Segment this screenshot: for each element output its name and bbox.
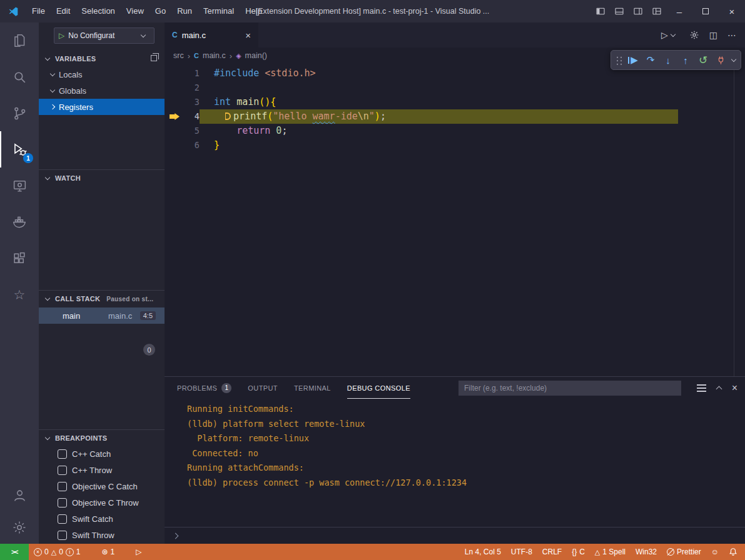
panel-tab-problems[interactable]: PROBLEMS1 (177, 377, 231, 399)
gutter-glyph-margin[interactable] (165, 109, 185, 124)
encoding-indicator[interactable]: UTF-8 (506, 544, 537, 560)
variables-item-registers[interactable]: Registers (39, 99, 165, 115)
step-over-button[interactable]: ↷ (642, 52, 659, 68)
tab-main-c[interactable]: C main.c × (165, 22, 258, 48)
platform-indicator[interactable]: Win32 (631, 544, 662, 560)
menu-edit[interactable]: Edit (51, 0, 76, 22)
close-panel-icon[interactable]: × (732, 382, 737, 394)
prettier-status[interactable]: Prettier (662, 544, 706, 560)
toggle-secondary-sidebar-icon[interactable] (629, 0, 647, 22)
language-mode[interactable]: {} C (567, 544, 590, 560)
remote-explorer-icon[interactable] (0, 168, 39, 204)
docker-icon[interactable] (0, 204, 39, 240)
copy-value-icon[interactable] (151, 55, 157, 61)
output-lines-icon[interactable] (697, 384, 706, 386)
chevron-down-icon (50, 87, 55, 92)
breakpoints-section-header[interactable]: BREAKPOINTS (39, 431, 165, 446)
customize-layout-icon[interactable] (647, 0, 666, 22)
menu-view[interactable]: View (121, 0, 150, 22)
explorer-icon[interactable] (0, 22, 39, 59)
checkbox-unchecked-icon[interactable] (58, 531, 67, 540)
panel-tab-output[interactable]: OUTPUT (248, 377, 278, 399)
breakpoint-item[interactable]: Objective C Throw (39, 494, 165, 511)
call-stack-frame[interactable]: main main.c 4:5 (39, 308, 165, 324)
more-actions-icon[interactable]: ⋯ (727, 30, 736, 40)
editor-group: C main.c × ▷ ◫ ⋯ src › C (165, 22, 745, 544)
chevron-down-icon[interactable] (731, 56, 736, 61)
step-out-button[interactable]: ↑ (677, 52, 694, 68)
breakpoint-item[interactable]: C++ Throw (39, 462, 165, 478)
debug-status-icon[interactable]: ▷ (131, 544, 146, 560)
overview-ruler[interactable] (734, 64, 734, 376)
menu-file[interactable]: File (26, 0, 51, 22)
breakpoint-item[interactable]: Swift Catch (39, 511, 165, 527)
eol-indicator[interactable]: CRLF (537, 544, 567, 560)
breakpoint-item[interactable]: Objective C Catch (39, 478, 165, 494)
menu-run[interactable]: Run (171, 0, 198, 22)
code-editor[interactable]: 1#include <stdio.h>23int main(){4 printf… (165, 64, 745, 376)
gutter-glyph-margin[interactable] (165, 95, 185, 109)
call-stack-section-header[interactable]: CALL STACK Paused on st... (39, 291, 165, 306)
run-file-button[interactable]: ▷ (661, 30, 679, 40)
gutter-glyph-margin[interactable] (165, 81, 185, 95)
inline-breakpoint-icon[interactable] (225, 112, 231, 120)
menu-go[interactable]: Go (150, 0, 171, 22)
source-control-icon[interactable] (0, 95, 39, 131)
problems-status[interactable]: × 0 △ 0 i 1 (29, 544, 86, 560)
variables-item-globals[interactable]: Globals (39, 82, 165, 99)
code-text: } (200, 138, 220, 152)
settings-gear-icon[interactable] (0, 511, 39, 544)
search-icon[interactable] (0, 59, 39, 95)
notification-bell-icon[interactable] (724, 544, 742, 560)
console-prompt-chevron-icon (173, 532, 179, 539)
spell-checker-status[interactable]: △ 1 Spell (590, 544, 631, 560)
panel-tab-terminal[interactable]: TERMINAL (294, 377, 331, 399)
continue-button[interactable]: ▶ (625, 52, 641, 68)
minimize-button[interactable]: – (666, 0, 692, 22)
watch-section-header[interactable]: WATCH (39, 171, 165, 186)
checkbox-unchecked-icon[interactable] (58, 482, 67, 491)
menu-selection[interactable]: Selection (76, 0, 120, 22)
editor-gear-icon[interactable] (689, 30, 699, 40)
gutter-glyph-margin[interactable] (165, 66, 185, 81)
panel-tab-debug-console[interactable]: DEBUG CONSOLE (347, 377, 410, 399)
maximize-button[interactable] (692, 0, 719, 22)
account-icon[interactable] (0, 479, 39, 511)
close-tab-icon[interactable]: × (245, 30, 251, 41)
ports-status[interactable]: ⊛ 1 (97, 544, 120, 560)
breadcrumb-file[interactable]: main.c (203, 51, 226, 60)
checkbox-unchecked-icon[interactable] (58, 466, 67, 475)
toolbar-drag-handle[interactable] (615, 55, 622, 65)
favorites-star-icon[interactable]: ☆ (0, 276, 39, 312)
step-into-button[interactable]: ↓ (660, 52, 676, 68)
breakpoint-item[interactable]: C++ Catch (39, 446, 165, 462)
close-window-button[interactable]: × (719, 0, 745, 22)
checkbox-unchecked-icon[interactable] (58, 514, 67, 524)
breadcrumb-folder[interactable]: src (173, 51, 184, 60)
gutter-glyph-margin[interactable] (165, 138, 185, 152)
start-debug-icon[interactable]: ▷ (59, 31, 64, 40)
menu-terminal[interactable]: Terminal (198, 0, 240, 22)
variables-item-locals[interactable]: Locals (39, 66, 165, 82)
checkbox-unchecked-icon[interactable] (58, 449, 67, 459)
maximize-panel-chevron-icon[interactable] (716, 386, 722, 392)
gutter-glyph-margin[interactable] (165, 124, 185, 138)
disconnect-button[interactable] (712, 52, 729, 68)
toggle-sidebar-icon[interactable] (591, 0, 610, 22)
run-and-debug-icon[interactable]: 1 (0, 131, 39, 168)
variables-section-header[interactable]: VARIABLES (39, 51, 165, 66)
breakpoint-item[interactable]: Swift Throw (39, 527, 165, 543)
debug-console-input[interactable] (165, 527, 745, 544)
extensions-icon[interactable] (0, 240, 39, 276)
checkbox-unchecked-icon[interactable] (58, 498, 67, 508)
feedback-smiley-icon[interactable]: ☺ (706, 544, 724, 560)
remote-indicator[interactable]: >< (0, 544, 29, 560)
split-editor-icon[interactable]: ◫ (709, 30, 717, 40)
breadcrumb-symbol[interactable]: main() (245, 51, 267, 60)
restart-button[interactable]: ↺ (695, 52, 711, 68)
panel-tab-label: OUTPUT (248, 384, 278, 392)
debug-config-dropdown[interactable]: ▷ No Configurat (54, 28, 155, 44)
toggle-panel-icon[interactable] (610, 0, 629, 22)
cursor-position[interactable]: Ln 4, Col 5 (460, 544, 506, 560)
console-filter-input[interactable] (459, 381, 681, 396)
